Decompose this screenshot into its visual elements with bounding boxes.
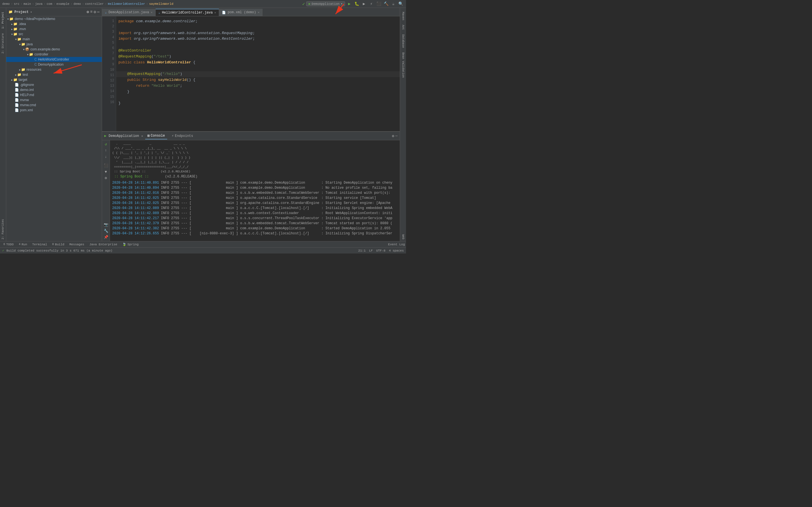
run-close-icon[interactable]: ✕ — [141, 134, 143, 138]
tree-expander[interactable]: ▾ — [19, 43, 20, 46]
sdk-button[interactable]: ☕ — [390, 1, 396, 7]
pin-icon[interactable]: 📌 — [103, 234, 109, 240]
tree-item-java[interactable]: ▾📁java — [6, 42, 102, 47]
event-log-link[interactable]: Event Log — [388, 243, 405, 246]
settings-icon[interactable]: ⚙ — [94, 10, 96, 14]
encoding[interactable]: UTF-8 — [376, 249, 386, 252]
close-helloworldcontroller-tab[interactable]: ✕ — [214, 11, 216, 14]
run-tab-endpoints[interactable]: ⚡ Endpoints — [169, 133, 195, 139]
bottom-tab-java-enterprise[interactable]: Java Enterprise — [87, 242, 119, 247]
tree-item-controller[interactable]: ▾📁controller — [6, 52, 102, 57]
filter-button[interactable]: ▼ — [103, 169, 109, 175]
run-toolbar: ↺ ↑ ↓ ⬛ ▼ ⚙ 📷 🔧 📌 — [102, 140, 110, 241]
camera-icon[interactable]: 📷 — [103, 222, 109, 228]
tree-item--idea[interactable]: ▸📁.idea — [6, 21, 102, 26]
bottom-tab-terminal[interactable]: Terminal — [30, 242, 49, 247]
tree-item--gitignore[interactable]: 📄.gitignore — [6, 82, 102, 87]
indent-setting[interactable]: 4 spaces — [389, 249, 404, 252]
tree-expander[interactable]: ▸ — [11, 27, 13, 31]
breadcrumb-demo[interactable]: demo — [2, 2, 10, 6]
bean-validation-panel-label[interactable]: Bean Validation — [401, 51, 405, 79]
run-button[interactable]: ▶ — [346, 1, 352, 7]
cursor-position[interactable]: 21:1 — [358, 249, 366, 252]
tab-demoapplication[interactable]: ☕ DemoApplication.java ✕ — [102, 9, 156, 16]
stop-button[interactable]: ⬛ — [375, 1, 382, 7]
locate-icon[interactable]: ⊕ — [87, 10, 89, 14]
tree-item-target[interactable]: ▸📁target — [6, 77, 102, 82]
dropdown-icon[interactable]: ▾ — [30, 10, 32, 14]
tree-expander[interactable]: ▾ — [7, 17, 9, 20]
code-content[interactable]: package com.example.demo.controller; imp… — [116, 16, 400, 131]
web-panel-label[interactable]: Web — [401, 233, 405, 241]
tree-expander[interactable]: ▾ — [11, 33, 13, 36]
settings-run-icon[interactable]: ⚙ — [392, 134, 394, 138]
breadcrumb-src[interactable]: src — [14, 2, 19, 6]
sidebar-item-favorites[interactable]: 2: Favorites — [1, 217, 5, 241]
profile-button[interactable]: ⚡ — [368, 1, 374, 7]
tree-expander[interactable]: ▸ — [19, 68, 20, 71]
bottom-tab-todo[interactable]: 6 TODO — [1, 242, 16, 247]
close-panel-icon[interactable]: — — [97, 10, 100, 14]
run-console[interactable]: . ____ _ __ _ _ /\\ / ___'_ __ _ _(_)_ _… — [110, 140, 400, 241]
breadcrumb-controller[interactable]: controller — [85, 2, 104, 6]
tree-expander[interactable]: ▾ — [15, 38, 17, 41]
stop-run-button[interactable]: ⬛ — [103, 163, 109, 168]
tree-expander[interactable]: ▸ — [11, 22, 13, 25]
run-tab-console[interactable]: ▤ Console — [145, 132, 167, 139]
breadcrumb-java[interactable]: java — [35, 2, 42, 6]
collapse-icon[interactable]: ≡ — [90, 10, 93, 14]
breadcrumb-demo2[interactable]: demo — [73, 2, 81, 6]
run-config-button[interactable]: ▶ DemoApplication ▾ — [306, 1, 345, 6]
breadcrumb-method[interactable]: sayHelloWorld — [149, 2, 173, 6]
tree-item-demo---ideaprojects-demo[interactable]: ▾📁demo ~/IdeaProjects/demo — [6, 16, 102, 21]
ant-panel-label[interactable]: Ant — [401, 23, 405, 32]
tree-item-mvnw[interactable]: 📄mvnw — [6, 98, 102, 103]
sidebar-item-project[interactable]: 1: Project — [1, 10, 5, 31]
database-panel-label[interactable]: Database — [401, 33, 405, 50]
tree-item-pom-xml[interactable]: 📄pom.xml — [6, 108, 102, 113]
tree-item-demoapplication[interactable]: CDemoApplication — [6, 62, 102, 67]
file-tree-icon: 📄 — [15, 98, 19, 102]
coverage-button[interactable]: ▶ — [361, 1, 367, 7]
tree-item-test[interactable]: ▸📁test — [6, 72, 102, 77]
tree-item-main[interactable]: ▾📁main — [6, 37, 102, 42]
bottom-tab-messages[interactable]: Messages — [67, 242, 87, 247]
line-separator[interactable]: LF — [369, 249, 373, 252]
tree-expander[interactable]: ▾ — [23, 48, 24, 51]
maven-panel-label[interactable]: Maven — [401, 10, 405, 22]
endpoints-icon: ⚡ — [172, 134, 174, 138]
tree-item-demo-iml[interactable]: 📄demo.iml — [6, 87, 102, 93]
settings-2-icon[interactable]: ⚙ — [103, 175, 109, 181]
tree-expander[interactable]: ▸ — [11, 78, 13, 81]
tree-item-resources[interactable]: ▸📁resources — [6, 67, 102, 72]
rerun-button[interactable]: ↺ — [103, 142, 109, 147]
code-line-1: package com.example.demo.controller; — [116, 18, 400, 24]
tree-expander[interactable]: ▸ — [15, 73, 17, 76]
sidebar-item-structure[interactable]: 2: Structure — [1, 32, 5, 55]
close-demoapplication-tab[interactable]: ✕ — [151, 11, 153, 14]
tree-expander[interactable]: ▾ — [27, 53, 29, 56]
close-pomxml-tab[interactable]: ✕ — [258, 11, 259, 14]
tab-pomxml[interactable]: 📄 pom.xml (demo) ✕ — [219, 9, 262, 16]
breadcrumb-class[interactable]: HelloWorldController — [108, 2, 145, 6]
scroll-up-button[interactable]: ↑ — [103, 148, 109, 153]
tree-item--mvn[interactable]: ▸📁.mvn — [6, 26, 102, 32]
bottom-tab-run[interactable]: 4 Run — [16, 242, 29, 247]
tree-item-src[interactable]: ▾📁src — [6, 32, 102, 37]
debug-button[interactable]: 🐛 — [354, 1, 360, 7]
tree-item-helloworldcontroller[interactable]: CHelloWorldController — [6, 57, 102, 62]
scroll-down-button[interactable]: ↓ — [103, 154, 109, 159]
search-button[interactable]: 🔍 — [398, 1, 404, 7]
breadcrumb-example[interactable]: example — [56, 2, 69, 6]
minimize-run-icon[interactable]: — — [395, 134, 398, 138]
breadcrumb-com[interactable]: com — [47, 2, 52, 6]
tree-item-help-md[interactable]: 📄HELP.md — [6, 93, 102, 98]
wrench-icon[interactable]: 🔧 — [103, 228, 109, 234]
breadcrumb-main[interactable]: main — [23, 2, 31, 6]
tab-helloworldcontroller[interactable]: ☕ HelloWorldController.java ✕ — [156, 9, 219, 16]
tree-item-com-example-demo[interactable]: ▾📦com.example.demo — [6, 47, 102, 52]
build-button[interactable]: 🔨 — [383, 1, 389, 7]
bottom-tab-spring[interactable]: 🍃 Spring — [120, 242, 141, 247]
tree-item-mvnw-cmd[interactable]: 📄mvnw.cmd — [6, 103, 102, 108]
bottom-tab-build[interactable]: 0 Build — [50, 242, 66, 247]
